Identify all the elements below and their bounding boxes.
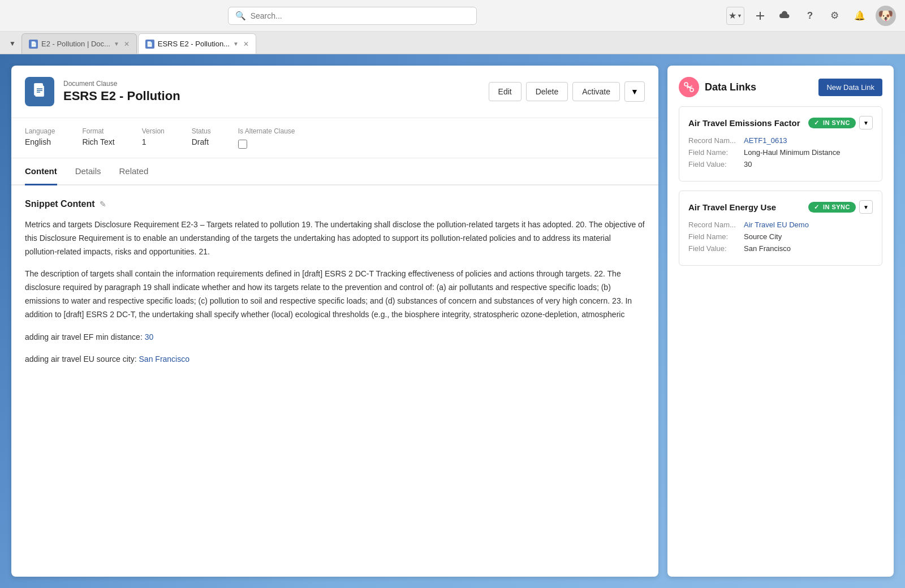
card-1-record-label: Record Nam... xyxy=(688,136,739,145)
card-2-field-name-label: Field Name: xyxy=(688,232,739,241)
data-link-card-1: Air Travel Emissions Factor ✓ IN SYNC ▼ … xyxy=(679,106,882,181)
search-input[interactable] xyxy=(251,11,469,20)
version-label: Version xyxy=(142,127,165,135)
alternate-checkbox-wrapper[interactable] xyxy=(238,140,295,149)
cloud-icon-btn[interactable] xyxy=(776,7,794,25)
tab-item-e2-pollution[interactable]: 📄 E2 - Pollution | Doc... ▼ ✕ xyxy=(21,33,137,54)
content-paragraph-ef: adding air travel EF min distance: 30 xyxy=(25,331,645,344)
card-1-header: Air Travel Emissions Factor ✓ IN SYNC ▼ xyxy=(688,116,873,129)
content-tabs: Content Details Related xyxy=(11,158,658,185)
sync-icon: ✓ xyxy=(814,119,820,127)
chevron-down-icon: ▼ xyxy=(9,40,16,47)
top-icons: ★ ▼ ? ⚙ 🔔 🐶 xyxy=(726,6,896,26)
tab-content[interactable]: Content xyxy=(25,158,57,185)
card-2-field-name-row: Field Name: Source City xyxy=(688,232,873,241)
favorites-button[interactable]: ★ ▼ xyxy=(726,7,744,25)
status-label: Status xyxy=(192,127,211,135)
chevron-down-icon: ▼ xyxy=(863,204,869,210)
right-title-group: Data Links xyxy=(679,77,756,97)
tab-dropdown-icon[interactable]: ▼ xyxy=(114,41,119,47)
chevron-down-icon: ▼ xyxy=(863,120,869,126)
tab-item-esrs-e2[interactable]: 📄 ESRS E2 - Pollution... ▼ ✕ xyxy=(138,33,256,54)
right-panel: Data Links New Data Link Air Travel Emis… xyxy=(667,66,894,577)
card-1-sync-badge: ✓ IN SYNC xyxy=(808,118,856,128)
card-1-field-name-value: Long-Haul Minimum Distance xyxy=(744,148,841,157)
card-1-record-row: Record Nam... AETF1_0613 xyxy=(688,136,873,145)
language-label: Language xyxy=(25,127,55,135)
tab-content-label: Content xyxy=(25,166,57,176)
version-value: 1 xyxy=(142,137,165,146)
tab-doc-icon-active: 📄 xyxy=(145,40,154,49)
clause-icon-wrapper xyxy=(25,77,54,106)
notifications-button[interactable]: 🔔 xyxy=(851,7,869,25)
chevron-down-icon: ▼ xyxy=(631,87,639,96)
ef-label: adding air travel EF min distance: xyxy=(25,332,143,341)
card-1-title: Air Travel Emissions Factor xyxy=(688,118,800,128)
card-2-sync-badge: ✓ IN SYNC xyxy=(808,202,856,213)
data-links-icon xyxy=(679,77,699,97)
more-actions-button[interactable]: ▼ xyxy=(624,81,645,102)
card-2-record-row: Record Nam... Air Travel EU Demo xyxy=(688,220,873,229)
alternate-label: Is Alternate Clause xyxy=(238,127,295,135)
city-label: adding air travel EU source city: xyxy=(25,354,137,364)
tab-details[interactable]: Details xyxy=(75,158,101,185)
meta-status: Status Draft xyxy=(192,127,211,149)
card-1-dropdown-button[interactable]: ▼ xyxy=(859,116,873,129)
svg-point-7 xyxy=(690,88,693,92)
plus-icon xyxy=(755,10,766,21)
top-bar: 🔍 ★ ▼ ? ⚙ 🔔 🐶 xyxy=(0,0,905,32)
format-value: Rich Text xyxy=(82,137,114,146)
help-button[interactable]: ? xyxy=(801,7,819,25)
tab-related-label: Related xyxy=(119,166,149,176)
sync-icon-2: ✓ xyxy=(814,204,820,211)
new-data-link-button[interactable]: New Data Link xyxy=(818,79,882,96)
card-1-field-value-value: 30 xyxy=(744,160,752,168)
clause-type: Document Clause xyxy=(63,80,480,88)
settings-button[interactable]: ⚙ xyxy=(826,7,844,25)
language-value: English xyxy=(25,137,55,146)
tab-nav-button[interactable]: ▼ xyxy=(5,33,20,54)
clause-name: ESRS E2 - Pollution xyxy=(63,89,480,103)
gear-icon: ⚙ xyxy=(830,10,839,21)
content-paragraph-1: Metrics and targets Disclosure Requireme… xyxy=(25,218,645,258)
edit-button[interactable]: Edit xyxy=(489,82,522,101)
card-2-field-value-label: Field Value: xyxy=(688,244,739,253)
clause-doc-icon xyxy=(32,82,48,101)
meta-language: Language English xyxy=(25,127,55,149)
content-body: Snippet Content ✎ Metrics and targets Di… xyxy=(11,185,658,577)
tab-bar: ▼ 📄 E2 - Pollution | Doc... ▼ ✕ 📄 ESRS E… xyxy=(0,32,905,54)
data-link-card-2: Air Travel Energy Use ✓ IN SYNC ▼ Record… xyxy=(679,191,882,266)
tab-dropdown-icon-active[interactable]: ▼ xyxy=(233,41,239,47)
metadata-row: Language English Format Rich Text Versio… xyxy=(11,118,658,158)
card-1-field-value-label: Field Value: xyxy=(688,160,739,168)
left-panel: Document Clause ESRS E2 - Pollution Edit… xyxy=(11,66,658,577)
city-value-link[interactable]: San Francisco xyxy=(139,354,189,364)
ef-value-link[interactable]: 30 xyxy=(145,332,154,341)
activate-button[interactable]: Activate xyxy=(572,82,620,101)
delete-button[interactable]: Delete xyxy=(526,82,568,101)
clause-title-section: Document Clause ESRS E2 - Pollution xyxy=(63,80,480,103)
card-1-record-value[interactable]: AETF1_0613 xyxy=(744,136,787,145)
main-area: Document Clause ESRS E2 - Pollution Edit… xyxy=(0,54,905,588)
svg-rect-1 xyxy=(756,15,764,16)
search-box[interactable]: 🔍 xyxy=(228,7,477,25)
star-icon: ★ xyxy=(729,10,736,21)
card-2-record-value[interactable]: Air Travel EU Demo xyxy=(744,220,809,229)
sync-label-2: IN SYNC xyxy=(823,204,850,210)
tab-close-button-active[interactable]: ✕ xyxy=(243,40,249,48)
card-1-field-name-label: Field Name: xyxy=(688,148,739,157)
tab-related[interactable]: Related xyxy=(119,158,149,185)
add-button[interactable] xyxy=(751,7,769,25)
card-2-header: Air Travel Energy Use ✓ IN SYNC ▼ xyxy=(688,200,873,214)
content-paragraph-2: The description of targets shall contain… xyxy=(25,267,645,321)
chevron-down-icon: ▼ xyxy=(737,13,742,19)
card-2-dropdown-button[interactable]: ▼ xyxy=(859,200,873,214)
avatar[interactable]: 🐶 xyxy=(876,6,896,26)
alternate-checkbox[interactable] xyxy=(238,140,247,149)
edit-pencil-icon[interactable]: ✎ xyxy=(100,200,106,209)
cloud-icon xyxy=(779,10,791,21)
card-2-field-name-value: Source City xyxy=(744,232,782,241)
tab-close-button[interactable]: ✕ xyxy=(124,40,130,48)
right-panel-header: Data Links New Data Link xyxy=(679,77,882,97)
snippet-title: Snippet Content xyxy=(25,199,95,209)
